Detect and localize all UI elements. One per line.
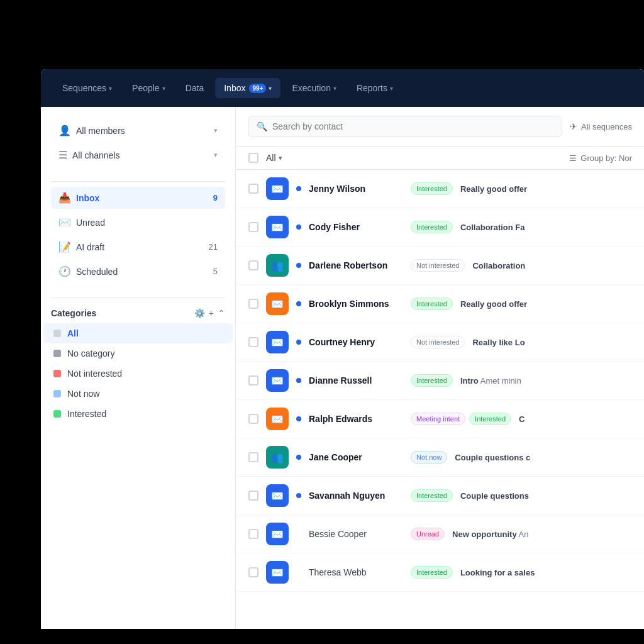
group-by-button[interactable]: ☰ Group by: Nor bbox=[569, 153, 632, 163]
avatar: ✉️ bbox=[266, 523, 289, 545]
sidebar-item-unread[interactable]: ✉️ Unread bbox=[51, 211, 225, 233]
select-all-checkbox[interactable] bbox=[248, 153, 258, 163]
contact-tags: Not interested bbox=[411, 336, 465, 348]
category-dot bbox=[53, 370, 61, 377]
contact-preview: Couple questions c bbox=[455, 453, 632, 462]
chevron-icon: ▾ bbox=[269, 85, 272, 92]
sidebar-filter-all-members[interactable]: 👤 All members ▾ bbox=[51, 119, 225, 142]
category-not-now[interactable]: Not now bbox=[43, 384, 233, 404]
avatar: ✉️ bbox=[266, 561, 289, 584]
inbox-icon: 📥 bbox=[58, 192, 71, 204]
all-dropdown[interactable]: All ▾ bbox=[266, 153, 282, 163]
contact-tags: Not interested bbox=[411, 259, 465, 272]
group-icon: ☰ bbox=[569, 153, 577, 163]
row-checkbox[interactable] bbox=[248, 529, 258, 539]
avatar: 👥 bbox=[266, 254, 289, 277]
search-input[interactable] bbox=[272, 121, 554, 131]
contact-row[interactable]: 👥 Jane Cooper Not now Couple questions c bbox=[236, 438, 644, 477]
contact-row[interactable]: ✉️ Jenny Wilson Interested Really good o… bbox=[236, 170, 644, 208]
unread-icon: ✉️ bbox=[58, 216, 71, 228]
contact-name: Cody Fisher bbox=[309, 222, 403, 232]
sidebar-item-scheduled[interactable]: 🕐 Scheduled 5 bbox=[51, 260, 225, 282]
chevron-icon: ▾ bbox=[333, 85, 336, 92]
row-checkbox[interactable] bbox=[248, 375, 258, 386]
chevron-icon: ▾ bbox=[390, 85, 393, 92]
nav-inbox[interactable]: Inbox 99+ ▾ bbox=[215, 78, 280, 98]
app-container: Sequences ▾ People ▾ Data Inbox 99+ ▾ Ex… bbox=[41, 69, 644, 629]
tag-interested: Interested bbox=[411, 374, 453, 387]
nav-sequences[interactable]: Sequences ▾ bbox=[53, 78, 121, 98]
collapse-icon[interactable]: ⌃ bbox=[218, 308, 225, 318]
category-not-interested[interactable]: Not interested bbox=[43, 364, 233, 384]
all-sequences-button[interactable]: ✈ All sequences bbox=[570, 121, 632, 131]
contact-row[interactable]: ✉️ Brooklyn Simmons Interested Really go… bbox=[236, 285, 644, 323]
row-checkbox[interactable] bbox=[248, 567, 258, 577]
contact-tags: Interested bbox=[411, 297, 453, 310]
contact-preview: Really like Lo bbox=[472, 338, 632, 347]
sidebar-item-inbox[interactable]: 📥 Inbox 9 bbox=[51, 187, 225, 209]
ai-draft-icon: 📝 bbox=[58, 241, 71, 253]
sidebar-filter-all-channels[interactable]: ☰ All channels ▾ bbox=[51, 144, 225, 166]
row-checkbox[interactable] bbox=[248, 337, 258, 347]
unread-dot bbox=[296, 186, 301, 191]
contact-row[interactable]: ✉️ Theresa Webb Interested Looking for a… bbox=[236, 553, 644, 592]
contact-row[interactable]: ✉️ Cody Fisher Interested Collaboration … bbox=[236, 208, 644, 247]
category-interested[interactable]: Interested bbox=[43, 404, 233, 424]
nav-people[interactable]: People ▾ bbox=[123, 78, 174, 98]
inbox-badge: 99+ bbox=[249, 84, 266, 93]
tag-unread: Unread bbox=[411, 528, 445, 540]
row-checkbox[interactable] bbox=[248, 299, 258, 309]
category-all[interactable]: All bbox=[43, 323, 233, 343]
tag-interested: Interested bbox=[411, 182, 453, 195]
contact-row[interactable]: ✉️ Bessie Cooper Unread New opportunity … bbox=[236, 515, 644, 553]
tag-interested: Interested bbox=[411, 221, 453, 233]
contact-name: Savannah Nguyen bbox=[309, 491, 403, 501]
tag-interested: Interested bbox=[411, 566, 453, 579]
members-icon: 👤 bbox=[58, 125, 71, 136]
row-checkbox[interactable] bbox=[248, 260, 258, 270]
contact-tags: Interested bbox=[411, 374, 453, 387]
sidebar-filters: 👤 All members ▾ ☰ All channels ▾ bbox=[41, 119, 235, 176]
contact-row[interactable]: ✉️ Ralph Edwards Meeting intent Interest… bbox=[236, 400, 644, 438]
contact-row[interactable]: ✉️ Dianne Russell Interested Intro Amet … bbox=[236, 362, 644, 400]
sidebar-item-ai-draft[interactable]: 📝 AI draft 21 bbox=[51, 236, 225, 258]
list-toolbar: All ▾ ☰ Group by: Nor bbox=[236, 147, 644, 170]
contact-preview: Intro Amet minin bbox=[460, 376, 632, 386]
contact-preview: Really good offer bbox=[460, 299, 632, 309]
contact-tags: Interested bbox=[411, 182, 453, 195]
row-checkbox[interactable] bbox=[248, 184, 258, 194]
category-no-category[interactable]: No category bbox=[43, 343, 233, 364]
send-icon: ✈ bbox=[570, 121, 577, 131]
categories-header: Categories ⚙️ + ⌃ bbox=[41, 303, 235, 323]
nav-data[interactable]: Data bbox=[177, 78, 213, 98]
contact-name: Jenny Wilson bbox=[309, 184, 403, 194]
category-dot bbox=[53, 410, 61, 418]
contact-tags: Unread bbox=[411, 528, 445, 540]
avatar: ✉️ bbox=[266, 408, 289, 430]
contact-row[interactable]: ✉️ Savannah Nguyen Interested Couple que… bbox=[236, 477, 644, 515]
contact-tags: Interested bbox=[411, 221, 453, 233]
tag-meeting-intent: Meeting intent bbox=[411, 413, 465, 425]
scheduled-icon: 🕐 bbox=[58, 265, 71, 277]
unread-dot bbox=[296, 225, 301, 230]
divider bbox=[51, 297, 225, 298]
contact-row[interactable]: ✉️ Courtney Henry Not interested Really … bbox=[236, 323, 644, 362]
settings-icon[interactable]: ⚙️ bbox=[194, 308, 205, 318]
row-checkbox[interactable] bbox=[248, 491, 258, 501]
main-layout: 👤 All members ▾ ☰ All channels ▾ 📥 Inbox… bbox=[41, 107, 644, 629]
nav-reports[interactable]: Reports ▾ bbox=[348, 78, 402, 98]
contact-tags: Interested bbox=[411, 489, 453, 502]
contact-row[interactable]: 👥 Darlene Robertson Not interested Colla… bbox=[236, 247, 644, 285]
contact-tags: Not now bbox=[411, 451, 447, 464]
contact-name: Bessie Cooper bbox=[309, 529, 403, 539]
avatar: ✉️ bbox=[266, 216, 289, 238]
row-checkbox[interactable] bbox=[248, 452, 258, 462]
divider bbox=[51, 181, 225, 182]
row-checkbox[interactable] bbox=[248, 414, 258, 424]
nav-execution[interactable]: Execution ▾ bbox=[283, 78, 345, 98]
contact-preview: Looking for a sales bbox=[460, 568, 632, 577]
add-icon[interactable]: + bbox=[209, 308, 214, 318]
avatar: ✉️ bbox=[266, 177, 289, 200]
row-checkbox[interactable] bbox=[248, 222, 258, 232]
search-box[interactable]: 🔍 bbox=[248, 116, 562, 137]
